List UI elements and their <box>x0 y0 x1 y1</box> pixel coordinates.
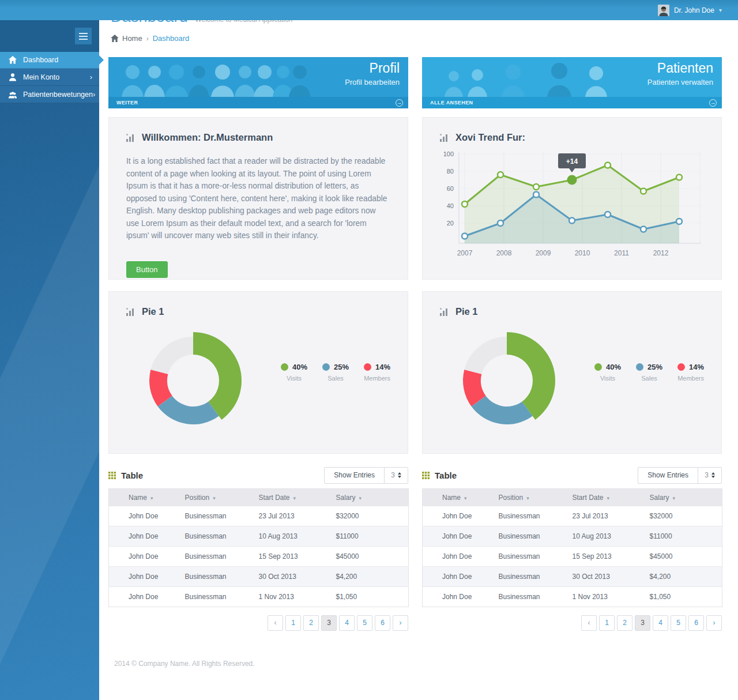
pagination-next-button[interactable]: › <box>393 615 408 631</box>
avatar-photo <box>658 5 669 16</box>
chart-legend: 40%Visits25%Sales14%Members <box>594 363 704 382</box>
breadcrumb-current[interactable]: Dashboard <box>153 34 190 43</box>
pagination-page-5[interactable]: 5 <box>671 615 686 631</box>
welcome-button[interactable]: Button <box>126 261 168 278</box>
sort-icon: ▾ <box>293 495 296 501</box>
legend-item: 25%Sales <box>636 363 662 382</box>
pagination-page-4[interactable]: 4 <box>653 615 668 631</box>
trend-chart: 20406080100200720082009201020112012+14 <box>433 145 710 266</box>
topbar: Dr. John Doe ▾ <box>0 0 738 20</box>
pagination-page-4[interactable]: 4 <box>339 615 355 631</box>
breadcrumb-separator: › <box>146 35 149 43</box>
breadcrumb-home-link[interactable]: Home <box>111 34 142 43</box>
table-row: John DoeBusinessman15 Sep 2013$45000 <box>109 547 409 567</box>
banner-photo: Profil Profil bearbeiten <box>108 57 408 97</box>
pagination-page-3[interactable]: 3 <box>321 615 337 631</box>
legend-dot-icon <box>364 363 371 371</box>
legend-item: 40%Visits <box>594 363 621 382</box>
banner-action-link[interactable]: WEITER <box>116 100 138 106</box>
panel-title: Pie 1 <box>455 306 478 317</box>
table-row: John DoeBusinessman23 Jul 2013$32000 <box>109 506 409 526</box>
legend-dot-icon <box>281 363 288 371</box>
panel-title: Willkommen: Dr.Mustermann <box>142 132 273 143</box>
pagination-prev-button[interactable]: ‹ <box>268 615 283 631</box>
user-menu[interactable]: Dr. John Doe ▾ <box>658 5 722 16</box>
entries-value: 3 <box>391 471 395 479</box>
menu-toggle-button[interactable] <box>75 28 92 44</box>
table-row: John DoeBusinessman10 Aug 2013$11000 <box>423 526 722 547</box>
column-header-position[interactable]: Position▾ <box>185 489 259 506</box>
pagination-page-2[interactable]: 2 <box>617 615 632 631</box>
column-header-salary[interactable]: Salary▾ <box>650 489 722 506</box>
svg-text:100: 100 <box>443 150 454 157</box>
sidebar-item-dashboard[interactable]: Dashboard <box>0 52 99 69</box>
pie-panel-1: Pie 1 40%Visits25%Sales14%Members <box>108 291 408 454</box>
entries-spinner[interactable] <box>398 472 401 478</box>
grid-icon <box>108 472 116 479</box>
sidebar-item-label: Dashboard <box>23 56 58 64</box>
pagination-page-1[interactable]: 1 <box>599 615 615 631</box>
banner-title: Patienten <box>647 61 713 77</box>
table-title: Table <box>108 471 143 480</box>
legend-dot-icon <box>322 363 330 371</box>
legend-item: 40%Visits <box>281 363 307 382</box>
sort-icon: ▾ <box>526 495 529 501</box>
show-entries-control[interactable]: Show Entries 3 <box>324 467 408 484</box>
column-header-start-date[interactable]: Start Date▾ <box>259 489 336 506</box>
pagination-page-5[interactable]: 5 <box>357 615 372 631</box>
pagination-page-3[interactable]: 3 <box>635 615 650 631</box>
pagination-page-6[interactable]: 6 <box>688 615 704 631</box>
show-entries-control[interactable]: Show Entries 3 <box>638 467 722 484</box>
avatar <box>658 5 669 16</box>
legend-item: 25%Sales <box>322 363 349 382</box>
legend-label: Visits <box>594 375 621 382</box>
legend-percent: 25% <box>647 363 662 371</box>
table-section: Table Show Entries 3 Name▾Position▾Start… <box>422 466 722 631</box>
table-title: Table <box>422 471 457 480</box>
table-row: John DoeBusinessman1 Nov 2013$1,050 <box>423 587 722 607</box>
welcome-panel: Willkommen: Dr.Mustermann It is a long e… <box>108 117 408 280</box>
table-row: John DoeBusinessman30 Oct 2013$4,200 <box>423 567 722 587</box>
banner-profil[interactable]: Profil Profil bearbeiten WEITER → <box>108 57 408 108</box>
column-header-name[interactable]: Name▾ <box>423 489 499 506</box>
show-entries-label: Show Entries <box>325 468 385 483</box>
column-header-name[interactable]: Name▾ <box>109 489 185 506</box>
sidebar-item-patientenbewetungen[interactable]: Patientenbewetungen› <box>0 86 99 103</box>
main-content: Dashboard Welcome to Medical Application… <box>99 0 738 672</box>
legend-dot-icon <box>636 363 643 371</box>
pie-slice-Sales <box>472 396 533 424</box>
users-icon <box>8 90 17 99</box>
chart-icon <box>440 134 449 142</box>
legend-item: 14%Members <box>364 363 390 382</box>
pie-slice-Sales <box>158 396 219 424</box>
column-header-position[interactable]: Position▾ <box>499 489 573 506</box>
column-header-start-date[interactable]: Start Date▾ <box>573 489 650 506</box>
show-entries-label: Show Entries <box>638 468 698 483</box>
banner-patienten[interactable]: Patienten Patienten verwalten ALLE ANSEH… <box>422 57 722 108</box>
donut-chart <box>141 329 245 432</box>
home-icon <box>8 55 17 65</box>
entries-spinner[interactable] <box>711 472 715 478</box>
column-header-salary[interactable]: Salary▾ <box>336 489 409 506</box>
arrow-circle-icon[interactable]: → <box>709 99 717 107</box>
user-name: Dr. John Doe <box>674 6 714 14</box>
pagination-next-button[interactable]: › <box>706 615 722 631</box>
banner-title: Profil <box>345 61 400 77</box>
pie-slice-rest <box>150 337 193 374</box>
table-row: John DoeBusinessman1 Nov 2013$1,050 <box>109 587 409 607</box>
legend-label: Visits <box>281 375 307 382</box>
pagination: ‹123456› <box>422 615 722 631</box>
pie-slice-rest <box>464 337 507 374</box>
pagination-page-2[interactable]: 2 <box>303 615 319 631</box>
chart-icon <box>440 308 449 316</box>
arrow-circle-icon[interactable]: → <box>396 99 403 107</box>
legend-dot-icon <box>594 363 602 371</box>
table-row: John DoeBusinessman10 Aug 2013$11000 <box>109 526 409 547</box>
pagination-page-1[interactable]: 1 <box>285 615 301 631</box>
user-icon <box>8 73 17 82</box>
pagination-page-6[interactable]: 6 <box>375 615 390 631</box>
banner-action-link[interactable]: ALLE ANSEHEN <box>430 100 473 106</box>
sidebar-item-mein-konto[interactable]: Mein Konto› <box>0 69 99 86</box>
grid-icon <box>422 472 430 479</box>
pagination-prev-button[interactable]: ‹ <box>581 615 597 631</box>
